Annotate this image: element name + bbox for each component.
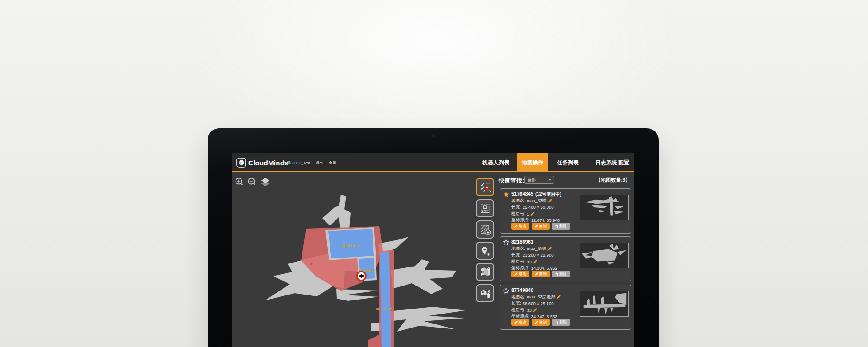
- top-navbar: CloudMinds 欢迎BJDT2_Test 退出 全屏 机器人列表 地图操作…: [232, 153, 634, 172]
- zone-vertex-dot: [311, 263, 313, 265]
- measure-map-tool[interactable]: [476, 199, 494, 217]
- poi-checklist-icon: [479, 181, 491, 193]
- field-label: 楼层号:: [511, 307, 525, 313]
- cloudminds-logo-icon: [236, 158, 246, 168]
- map-card: 82186961 地图名:map_腿腿 长宽:23.200 × 22.900 楼…: [500, 236, 631, 281]
- edit-map-button[interactable]: 修改: [511, 319, 529, 326]
- map-thumbnail-image: [580, 243, 628, 268]
- map-thumbnail[interactable]: [580, 243, 629, 268]
- map-origin-value: 14.204, 5.952: [531, 266, 557, 271]
- dropdown-value: 全部: [528, 177, 536, 183]
- delete-map-button[interactable]: 删除: [552, 223, 570, 230]
- map-status: (12号使用中): [535, 192, 561, 197]
- map-upload-icon: [479, 287, 491, 299]
- card-actions: 修改 复制 删除: [511, 223, 570, 230]
- trash-icon: [555, 272, 558, 276]
- copy-map-button[interactable]: 复制: [532, 271, 550, 277]
- zoom-in-button[interactable]: [234, 177, 245, 188]
- map-name-value: map_33楼: [527, 198, 547, 204]
- poi-checklist-tool[interactable]: [476, 178, 494, 196]
- fullscreen-link[interactable]: 全屏: [329, 160, 336, 165]
- edit-map-button[interactable]: 修改: [511, 223, 529, 230]
- map-thumbnail[interactable]: [580, 291, 629, 317]
- copy-map-button[interactable]: 复制: [532, 319, 550, 326]
- map-id: 87749840: [511, 287, 533, 293]
- map-upload-tool[interactable]: [476, 284, 494, 302]
- map-remove-icon: [479, 266, 491, 278]
- tab-map-operations[interactable]: 地图操作: [517, 153, 548, 172]
- zoom-in-icon: [235, 177, 245, 187]
- chevron-down-icon: [548, 179, 551, 181]
- map-name-value: map_33层走廊: [527, 294, 555, 300]
- map-id-title: 51764845(12号使用中): [511, 191, 561, 197]
- map-floor-value: 33: [527, 308, 532, 313]
- map-id: 82186961: [511, 239, 533, 244]
- add-region-tool[interactable]: [476, 220, 494, 239]
- map-floor-value: 33: [527, 259, 532, 264]
- trash-icon: [555, 225, 558, 228]
- webcam-dot: [432, 135, 434, 137]
- card-actions: 修改 复制 删除: [511, 319, 570, 326]
- map-thumbnail[interactable]: [580, 195, 629, 220]
- pencil-icon: [535, 321, 538, 324]
- field-label: 长宽:: [511, 252, 521, 258]
- field-label: 长宽:: [511, 204, 521, 210]
- map-fields: 地图名:map_33层走廊 长宽:56.600 × 25.100 楼层号:33 …: [511, 294, 561, 320]
- edit-pencil-icon[interactable]: [547, 247, 552, 251]
- map-fields: 地图名:map_腿腿 长宽:23.200 × 22.900 楼层号:33 坐标原…: [511, 245, 557, 272]
- measure-map-icon: [479, 202, 491, 214]
- map-floor-value: 1: [527, 211, 529, 216]
- brand-logo: CloudMinds: [236, 153, 288, 172]
- edit-pencil-icon[interactable]: [557, 295, 561, 299]
- logout-link[interactable]: 退出: [316, 160, 323, 165]
- area-label: 40.519m²: [342, 243, 360, 248]
- star-outline-icon[interactable]: [503, 239, 509, 245]
- field-label: 地图名:: [511, 198, 525, 204]
- map-filter-dropdown[interactable]: 全部: [524, 176, 554, 184]
- map-thumbnail-image: [580, 195, 628, 220]
- card-actions: 修改 复制 删除: [511, 271, 570, 277]
- edit-pencil-icon[interactable]: [533, 308, 537, 312]
- pencil-icon: [514, 272, 518, 276]
- map-remove-tool[interactable]: [476, 263, 494, 281]
- app-screen: CloudMinds 欢迎BJDT2_Test 退出 全屏 机器人列表 地图操作…: [232, 153, 634, 347]
- map-id-title: 87749840: [511, 287, 535, 293]
- field-label: 长宽:: [511, 300, 521, 306]
- add-region-icon: [479, 224, 491, 235]
- star-outline-icon[interactable]: [503, 288, 509, 294]
- map-card: 87749840 地图名:map_33层走廊 长宽:56.600 × 25.10…: [500, 285, 631, 330]
- delete-map-button[interactable]: 删除: [552, 271, 570, 277]
- no-entry-marker[interactable]: [357, 272, 366, 281]
- map-size-value: 25.400 × 50.000: [523, 205, 554, 210]
- quick-search-label: 快速查找:: [499, 177, 524, 185]
- map-thumbnail-image: [580, 291, 628, 316]
- copy-map-button[interactable]: 复制: [532, 223, 550, 230]
- map-name-value: map_腿腿: [527, 246, 546, 252]
- welcome-text: 欢迎BJDT2_Test: [283, 160, 310, 165]
- field-label: 楼层号:: [511, 259, 525, 265]
- edit-pencil-icon[interactable]: [533, 260, 537, 264]
- session-info: 欢迎BJDT2_Test 退出 全屏: [283, 153, 336, 172]
- edit-map-button[interactable]: 修改: [511, 271, 529, 277]
- add-poi-icon: [479, 245, 491, 257]
- map-origin-value: 12.874, 33.946: [531, 218, 560, 223]
- map-count-badge: 【地图数量:3】: [596, 177, 630, 183]
- delete-map-button[interactable]: 删除: [552, 319, 570, 326]
- edit-pencil-icon[interactable]: [548, 199, 552, 203]
- star-filled-icon[interactable]: [503, 192, 509, 197]
- map-fields: 地图名:map_33楼 长宽:25.400 × 50.000 楼层号:1 坐标原…: [511, 197, 560, 224]
- map-canvas[interactable]: 40.519m² 8.614m² 80.215m²: [253, 176, 497, 347]
- pencil-icon: [514, 321, 518, 324]
- field-label: 地图名:: [511, 246, 525, 252]
- edit-pencil-icon[interactable]: [530, 212, 534, 216]
- laptop-frame: CloudMinds 欢迎BJDT2_Test 退出 全屏 机器人列表 地图操作…: [208, 128, 659, 347]
- tab-robot-list[interactable]: 机器人列表: [479, 153, 513, 172]
- main-content: 40.519m² 8.614m² 80.215m²: [232, 174, 634, 347]
- field-label: 地图名:: [511, 294, 525, 300]
- add-poi-tool[interactable]: [476, 242, 494, 260]
- tab-task-list[interactable]: 任务列表: [552, 153, 584, 172]
- map-size-value: 23.200 × 22.900: [523, 253, 554, 258]
- map-size-value: 56.600 × 25.100: [523, 301, 554, 306]
- tab-config[interactable]: 配置: [615, 153, 632, 172]
- pencil-icon: [514, 225, 518, 228]
